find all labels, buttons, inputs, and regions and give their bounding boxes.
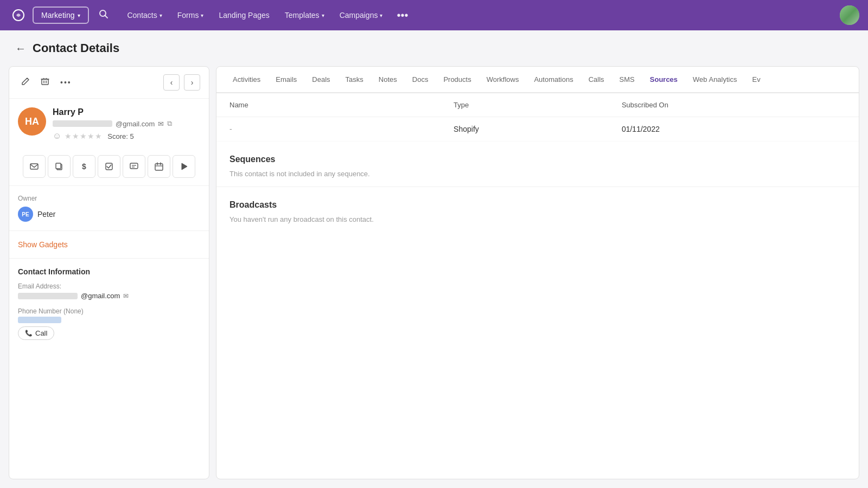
tab-web-analytics[interactable]: Web Analytics <box>685 67 744 93</box>
email-address-label: Email Address: <box>18 282 200 290</box>
svg-line-2 <box>105 15 108 18</box>
search-button[interactable] <box>95 6 112 25</box>
tab-workflows[interactable]: Workflows <box>479 67 527 93</box>
calendar-action-btn[interactable] <box>148 155 170 178</box>
col-header-type: Type <box>454 101 622 109</box>
next-contact-button[interactable]: › <box>184 74 200 91</box>
contact-email-domain: @gmail.com <box>116 120 155 128</box>
contact-avatar: HA <box>18 107 46 136</box>
sequence-action-btn[interactable] <box>173 155 195 178</box>
svg-rect-16 <box>155 164 163 170</box>
contact-toolbar: ••• ‹ › <box>9 67 209 99</box>
left-panel: ••• ‹ › HA Harry P @gmail.com ✉ ⧉ <box>9 66 209 479</box>
sources-table-header: Name Type Subscribed On <box>216 93 859 117</box>
smiley-icon: ☺ <box>53 131 61 141</box>
phone-icon: 📞 <box>25 330 33 337</box>
broadcasts-title: Broadcasts <box>229 200 846 210</box>
copy-email-icon[interactable]: ⧉ <box>167 119 172 128</box>
email-blurred <box>18 293 78 299</box>
deal-action-btn[interactable]: $ <box>73 155 95 178</box>
svg-rect-3 <box>42 79 48 85</box>
nav-links: Contacts ▾ Forms ▾ Landing Pages Templat… <box>120 6 413 25</box>
svg-rect-9 <box>30 164 38 169</box>
source-type-cell: Shopify <box>454 125 622 133</box>
marketing-module-button[interactable]: Marketing ▾ <box>33 7 89 24</box>
phone-value <box>18 317 200 323</box>
email-field-icon: ✉ <box>123 292 129 300</box>
tab-calls[interactable]: Calls <box>581 67 612 93</box>
owner-avatar: PE <box>18 207 33 222</box>
tab-emails[interactable]: Emails <box>268 67 304 93</box>
tab-automations[interactable]: Automations <box>526 67 580 93</box>
phone-field: Phone Number (None) 📞 Call <box>18 307 200 340</box>
delete-contact-button[interactable] <box>37 75 53 90</box>
nav-templates[interactable]: Templates ▾ <box>278 8 331 23</box>
broadcasts-section: Broadcasts You haven't run any broadcast… <box>216 187 859 232</box>
owner-name: Peter <box>37 210 55 219</box>
page-content: ← Contact Details <box>0 30 868 488</box>
tab-notes[interactable]: Notes <box>371 67 405 93</box>
sequences-section: Sequences This contact is not included i… <box>216 142 859 187</box>
phone-label: Phone Number (None) <box>18 307 200 315</box>
back-button[interactable]: ← <box>15 42 26 55</box>
sources-table: Name Type Subscribed On - Shopify 01/11/… <box>216 93 859 142</box>
call-button[interactable]: 📞 Call <box>18 326 54 340</box>
user-avatar[interactable] <box>840 5 859 25</box>
tab-docs[interactable]: Docs <box>405 67 436 93</box>
nav-campaigns[interactable]: Campaigns ▾ <box>333 8 390 23</box>
tab-deals[interactable]: Deals <box>304 67 337 93</box>
breadcrumb: ← Contact Details <box>0 30 868 66</box>
sequences-empty-message: This contact is not included in any sequ… <box>229 170 846 178</box>
action-buttons-row: $ <box>9 150 209 186</box>
tab-activities[interactable]: Activities <box>225 67 268 93</box>
source-name-cell: - <box>229 125 454 133</box>
source-subscribed-cell: 01/11/2022 <box>622 125 846 133</box>
svg-marker-20 <box>182 163 187 170</box>
tab-sms[interactable]: SMS <box>612 67 642 93</box>
tab-sources[interactable]: Sources <box>642 67 685 93</box>
tab-tasks[interactable]: Tasks <box>338 67 371 93</box>
right-panel: Activities Emails Deals Tasks Notes Docs… <box>216 66 859 479</box>
owner-label: Owner <box>18 195 200 202</box>
chat-action-btn[interactable] <box>123 155 145 178</box>
tab-ev[interactable]: Ev <box>745 67 768 93</box>
templates-chevron-icon: ▾ <box>322 12 324 18</box>
sequences-title: Sequences <box>229 155 846 164</box>
marketing-chevron-icon: ▾ <box>78 12 80 18</box>
campaigns-chevron-icon: ▾ <box>380 12 382 18</box>
email-icon: ✉ <box>158 120 164 128</box>
broadcasts-empty-message: You haven't run any broadcast on this co… <box>229 215 846 223</box>
copy-action-btn[interactable] <box>48 155 71 178</box>
tab-content: Name Type Subscribed On - Shopify 01/11/… <box>216 93 859 479</box>
svg-line-7 <box>43 78 44 79</box>
task-action-btn[interactable] <box>98 155 120 178</box>
contact-information-section: Contact Information Email Address: @gmai… <box>9 259 209 479</box>
edit-contact-button[interactable] <box>18 75 33 90</box>
table-row: - Shopify 01/11/2022 <box>216 117 859 142</box>
owner-section: Owner PE Peter <box>9 186 209 231</box>
svg-rect-11 <box>56 163 61 169</box>
svg-line-8 <box>46 78 47 79</box>
email-action-btn[interactable] <box>23 155 46 178</box>
contact-rating-row: ☺ ★ ★ ★ ★ ★ Score: 5 <box>53 131 200 141</box>
contacts-chevron-icon: ▾ <box>159 12 162 18</box>
forms-chevron-icon: ▾ <box>201 12 203 18</box>
contact-details: Harry P @gmail.com ✉ ⧉ ☺ ★ ★ ★ ★ <box>53 107 200 141</box>
nav-contacts[interactable]: Contacts ▾ <box>120 8 168 23</box>
more-options-button[interactable]: ••• <box>57 75 75 89</box>
contact-email-row: @gmail.com ✉ ⧉ <box>53 119 200 128</box>
page-title: Contact Details <box>33 41 119 55</box>
contact-name: Harry P <box>53 107 200 117</box>
nav-landing-pages[interactable]: Landing Pages <box>212 8 276 23</box>
prev-contact-button[interactable]: ‹ <box>163 74 180 91</box>
show-gadgets-button[interactable]: Show Gadgets <box>18 240 68 249</box>
phone-blurred <box>18 317 61 323</box>
contact-email-blurred <box>53 120 112 127</box>
tab-products[interactable]: Products <box>436 67 478 93</box>
owner-row: PE Peter <box>18 207 200 222</box>
main-layout: ••• ‹ › HA Harry P @gmail.com ✉ ⧉ <box>0 66 868 488</box>
contact-info-title: Contact Information <box>18 267 200 276</box>
nav-more-button[interactable]: ••• <box>391 6 413 25</box>
nav-forms[interactable]: Forms ▾ <box>171 8 210 23</box>
app-logo <box>9 5 28 25</box>
